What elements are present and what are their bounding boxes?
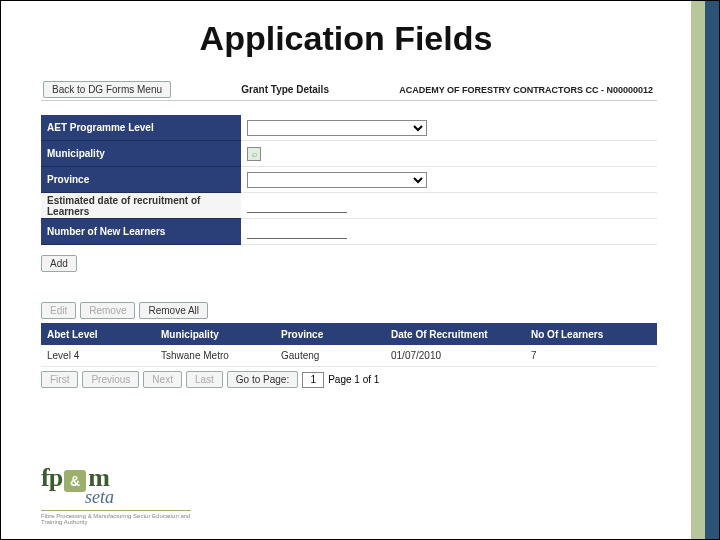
- province-select[interactable]: [247, 172, 427, 188]
- cell-province: Gauteng: [281, 350, 391, 361]
- back-button[interactable]: Back to DG Forms Menu: [43, 81, 171, 98]
- form-section: AET Programme Level Municipality ⌕ Provi…: [41, 115, 657, 245]
- previous-button[interactable]: Previous: [82, 371, 139, 388]
- cell-muni: Tshwane Metro: [161, 350, 281, 361]
- cell-date: 01/07/2010: [391, 350, 531, 361]
- logo-seta: seta: [85, 487, 191, 508]
- goto-page-button[interactable]: Go to Page:: [227, 371, 298, 388]
- top-bar: Back to DG Forms Menu Grant Type Details…: [41, 79, 657, 101]
- col-learners: No Of Learners: [531, 329, 657, 340]
- logo: fp & m seta Fibre Processing & Manufactu…: [41, 463, 191, 525]
- col-municipality: Municipality: [161, 329, 281, 340]
- municipality-label: Municipality: [41, 141, 241, 167]
- remove-all-button[interactable]: Remove All: [139, 302, 208, 319]
- goto-page-input[interactable]: [302, 372, 324, 388]
- col-province: Province: [281, 329, 391, 340]
- num-learners-label: Number of New Learners: [41, 219, 241, 245]
- last-button[interactable]: Last: [186, 371, 223, 388]
- municipality-picker-icon[interactable]: ⌕: [247, 147, 261, 161]
- table-row[interactable]: Level 4 Tshwane Metro Gauteng 01/07/2010…: [41, 345, 657, 367]
- screenshot-panel: Back to DG Forms Menu Grant Type Details…: [41, 79, 657, 459]
- grid-header: Abet Level Municipality Province Date Of…: [41, 323, 657, 345]
- grid-toolbar: Edit Remove Remove All: [41, 302, 657, 319]
- page-indicator: Page 1 of 1: [328, 374, 379, 385]
- col-abet-level: Abet Level: [41, 329, 161, 340]
- panel-title: Grant Type Details: [171, 84, 399, 95]
- province-label: Province: [41, 167, 241, 193]
- logo-fp: fp: [41, 463, 62, 493]
- cell-learners: 7: [531, 350, 657, 361]
- pager: First Previous Next Last Go to Page: Pag…: [41, 371, 657, 388]
- add-button[interactable]: Add: [41, 255, 77, 272]
- cell-abet: Level 4: [41, 350, 161, 361]
- next-button[interactable]: Next: [143, 371, 182, 388]
- aet-level-select[interactable]: [247, 120, 427, 136]
- decorative-stripes: [691, 1, 719, 539]
- num-learners-input[interactable]: [247, 225, 347, 239]
- remove-button[interactable]: Remove: [80, 302, 135, 319]
- first-button[interactable]: First: [41, 371, 78, 388]
- aet-level-label: AET Programme Level: [41, 115, 241, 141]
- recruitment-date-label: Estimated date of recruitment of Learner…: [41, 193, 241, 219]
- logo-amp: &: [64, 470, 86, 492]
- col-date: Date Of Recruitment: [391, 329, 531, 340]
- edit-button[interactable]: Edit: [41, 302, 76, 319]
- recruitment-date-input[interactable]: [247, 199, 347, 213]
- page-title: Application Fields: [1, 19, 691, 58]
- logo-tagline: Fibre Processing & Manufacturing Sector …: [41, 510, 191, 525]
- org-name: ACADEMY OF FORESTRY CONTRACTORS CC - N00…: [399, 85, 657, 95]
